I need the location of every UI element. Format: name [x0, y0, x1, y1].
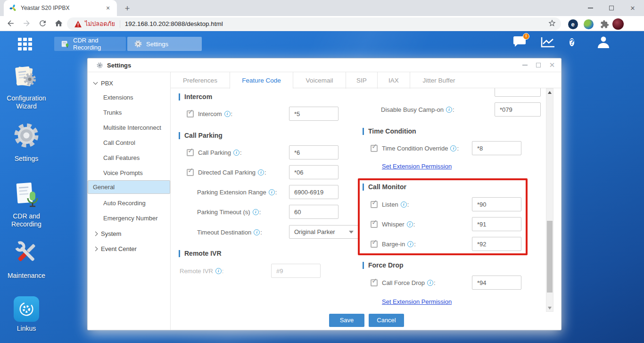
tab-jitter-buffer[interactable]: Jitter Buffer: [410, 72, 468, 89]
parking-timeout-row: Parking Timeout (s): [197, 205, 261, 219]
dialog-close-icon[interactable]: [549, 62, 555, 68]
desktop-icon-settings[interactable]: Settings: [4, 121, 49, 163]
info-icon[interactable]: [427, 280, 433, 286]
parking-timeout-input[interactable]: [289, 205, 339, 219]
desktop-icon-configuration-wizard[interactable]: Configuration Wizard: [4, 65, 49, 110]
save-button[interactable]: Save: [329, 314, 364, 327]
reload-icon[interactable]: [37, 18, 48, 29]
desktop-icon-linkus[interactable]: Linkus: [4, 296, 49, 333]
extensions-puzzle-icon[interactable]: [599, 18, 610, 30]
info-icon[interactable]: [215, 268, 222, 274]
tree-item-call-features[interactable]: Call Features: [88, 150, 170, 165]
intercom-input[interactable]: [289, 107, 339, 121]
dialog-minimize-icon[interactable]: [521, 62, 528, 68]
call-parking-checkbox[interactable]: [187, 149, 194, 156]
info-icon[interactable]: [258, 169, 264, 176]
extension-idm-icon[interactable]: [583, 18, 594, 30]
security-warning-text[interactable]: ไม่ปลอดภัย: [85, 19, 115, 29]
url-bar[interactable]: ไม่ปลอดภัย 192.168.10.202:8088/desktop.h…: [67, 17, 561, 30]
barge-in-input[interactable]: [472, 237, 521, 251]
desktop-icon-maintenance[interactable]: Maintenance: [4, 239, 49, 280]
info-icon[interactable]: [450, 145, 456, 151]
colon: [222, 268, 224, 275]
desktop-icon-cdr-and-recording[interactable]: CDR and Recording: [4, 181, 49, 228]
apps-grid-icon[interactable]: [18, 38, 33, 50]
truncated-input[interactable]: [495, 88, 541, 97]
timeout-destination-select[interactable]: Original Parker: [289, 225, 359, 239]
tree-item-extensions[interactable]: Extensions: [88, 90, 170, 105]
whisper-input[interactable]: [472, 217, 521, 231]
directed-call-parking-checkbox[interactable]: [187, 169, 194, 176]
time-condition-override-checkbox[interactable]: [371, 145, 378, 152]
taskbar-cdr-and-recording[interactable]: CDR and Recording: [54, 37, 126, 51]
help-icon[interactable]: [570, 36, 574, 49]
tree-item-trunks[interactable]: Trunks: [88, 105, 170, 120]
time-condition-override-input[interactable]: [472, 141, 521, 155]
call-force-drop-input[interactable]: [472, 276, 521, 290]
window-close-button[interactable]: [623, 0, 642, 16]
browser-profile-avatar[interactable]: [612, 18, 624, 30]
disable-busy-camp-on-input[interactable]: [495, 102, 541, 117]
tree-item-voice-prompts[interactable]: Voice Prompts: [88, 165, 170, 180]
info-icon[interactable]: [401, 201, 407, 208]
back-icon[interactable]: [5, 18, 16, 29]
tab-iax[interactable]: IAX: [378, 72, 410, 89]
scroll-down-arrow[interactable]: [546, 304, 553, 311]
home-icon[interactable]: [53, 18, 64, 29]
set-extension-permission-link[interactable]: Set Extension Permission: [382, 298, 452, 305]
set-extension-permission-link[interactable]: Set Extension Permission: [382, 163, 452, 170]
info-icon[interactable]: [233, 150, 239, 156]
tab-close-icon[interactable]: [104, 4, 112, 12]
bookmark-star-icon[interactable]: [548, 19, 556, 29]
info-icon[interactable]: [407, 221, 413, 227]
parking-extension-range-input[interactable]: [289, 185, 339, 199]
info-icon[interactable]: [269, 189, 275, 195]
tree-item-emergency-number[interactable]: Emergency Number: [88, 210, 170, 226]
tree-item-multisite-interconnect[interactable]: Multisite Interconnect: [88, 120, 170, 135]
resource-monitor-icon[interactable]: [541, 37, 555, 50]
tree-item-auto-recording[interactable]: Auto Recording: [88, 195, 170, 210]
info-icon[interactable]: [407, 241, 413, 247]
forward-icon[interactable]: [21, 18, 32, 29]
tree-node-pbx[interactable]: PBX: [88, 76, 171, 90]
intercom-checkbox[interactable]: [187, 110, 194, 117]
listen-input[interactable]: [472, 197, 521, 211]
info-icon[interactable]: [253, 209, 259, 215]
tab-feature-code[interactable]: Feature Code: [230, 72, 293, 89]
call-force-drop-checkbox[interactable]: [371, 279, 378, 286]
tree-node-system[interactable]: System: [88, 226, 171, 241]
browser-menu-icon[interactable]: [630, 18, 641, 30]
notifications-chat-icon[interactable]: [513, 36, 526, 49]
info-icon[interactable]: [224, 111, 231, 117]
extension-e-icon[interactable]: [567, 18, 578, 30]
taskbar-settings[interactable]: Settings: [127, 37, 202, 51]
vertical-scrollbar[interactable]: [546, 88, 553, 312]
whisper-checkbox[interactable]: [371, 221, 378, 228]
tree-node-event-center[interactable]: Event Center: [88, 242, 171, 256]
window-maximize-button[interactable]: [602, 0, 621, 16]
tree-item-call-control[interactable]: Call Control: [88, 135, 170, 150]
account-person-icon[interactable]: [597, 36, 610, 50]
url-text[interactable]: 192.168.10.202:8088/desktop.html: [125, 20, 548, 27]
browser-tab[interactable]: Yeastar S20 IPPBX: [4, 0, 117, 16]
listen-checkbox[interactable]: [371, 201, 378, 208]
section-force-drop: Force Drop: [363, 261, 404, 269]
favicon-yeastar-icon: [9, 4, 17, 12]
scroll-up-arrow[interactable]: [546, 89, 553, 96]
info-icon[interactable]: [446, 107, 452, 113]
tab-voicemail[interactable]: Voicemail: [293, 72, 346, 89]
cancel-button[interactable]: Cancel: [369, 314, 404, 327]
configuration-wizard-icon: [13, 65, 40, 90]
tree-item-general[interactable]: General: [88, 180, 170, 194]
dialog-maximize-icon[interactable]: [535, 62, 542, 68]
tab-sip[interactable]: SIP: [346, 72, 378, 89]
call-parking-input[interactable]: [289, 145, 339, 159]
new-tab-button[interactable]: [122, 3, 133, 15]
dialog-titlebar[interactable]: Settings: [88, 59, 561, 72]
scrollbar-thumb[interactable]: [547, 221, 553, 293]
barge-in-checkbox[interactable]: [371, 241, 378, 248]
directed-call-parking-input[interactable]: [289, 165, 339, 179]
info-icon[interactable]: [254, 229, 260, 235]
window-minimize-button[interactable]: [581, 0, 600, 16]
tab-preferences[interactable]: Preferences: [171, 72, 230, 89]
